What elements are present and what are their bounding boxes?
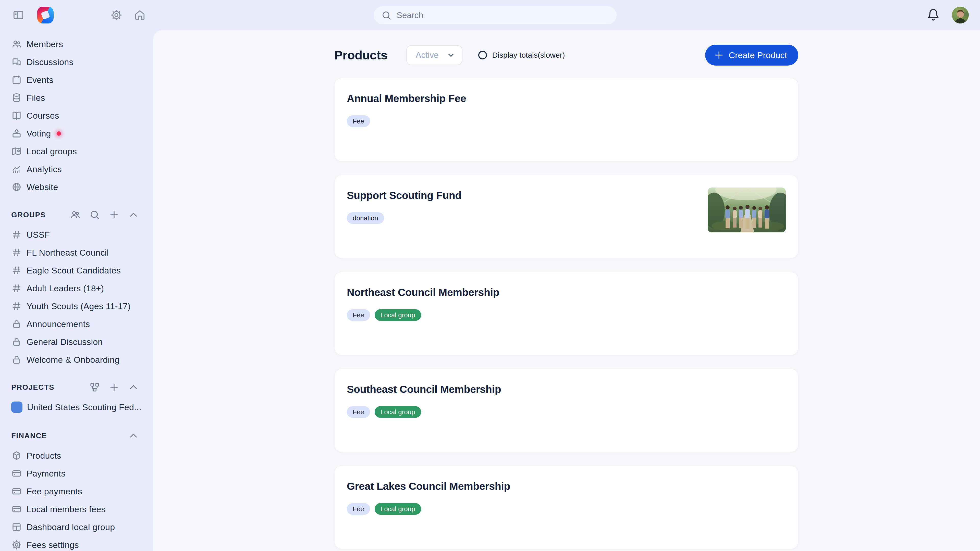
sidebar-item-members[interactable]: Members (0, 35, 153, 53)
nav-item-label: United States Scouting Fed... (27, 402, 142, 412)
product-title: Great Lakes Council Membership (347, 480, 786, 492)
group-item-youth-scouts-ages-11-17[interactable]: Youth Scouts (Ages 11-17) (0, 297, 153, 315)
finance-item-fee-payments[interactable]: Fee payments (0, 483, 153, 500)
finance-item-fees-settings[interactable]: Fees settings (0, 536, 153, 551)
unread-dot-badge (57, 131, 61, 136)
finance-item-payments[interactable]: Payments (0, 465, 153, 483)
page-title: Products (334, 48, 387, 62)
sidebar-item-voting[interactable]: Voting (0, 124, 153, 142)
create-product-button[interactable]: Create Product (705, 44, 798, 65)
nav-item-label: Fee payments (27, 486, 82, 496)
product-card-southeast-council-membership[interactable]: Southeast Council MembershipFeeLocal gro… (334, 369, 798, 452)
nav-item-label: Courses (27, 111, 59, 121)
nav-item-label: Products (27, 451, 61, 461)
search-icon (381, 10, 391, 21)
status-filter-dropdown[interactable]: Active (406, 45, 463, 65)
notifications-bell-icon[interactable] (926, 8, 941, 22)
nav-item-label: Dashboard local group (27, 522, 115, 532)
sidebar-finance-nav: ProductsPaymentsFee paymentsLocal member… (0, 447, 153, 551)
status-filter-value: Active (415, 50, 438, 60)
group-item-welcome-onboarding[interactable]: Welcome & Onboarding (0, 351, 153, 368)
nav-item-label: Website (27, 182, 58, 192)
group-item-general-discussion[interactable]: General Discussion (0, 333, 153, 351)
finance-section-title: FINANCE (11, 432, 47, 440)
projects-add-icon[interactable] (109, 382, 119, 392)
lock-icon (11, 354, 22, 365)
sidebar-main-nav: MembersDiscussionsEventsFilesCoursesVoti… (0, 35, 153, 196)
sidebar-item-events[interactable]: Events (0, 71, 153, 89)
groups-members-icon[interactable] (70, 210, 81, 220)
nav-item-label: Local members fees (27, 504, 106, 514)
nav-item-label: Discussions (27, 57, 73, 67)
sidebar-projects-nav: United States Scouting Fed... (0, 398, 153, 416)
sidebar-item-analytics[interactable]: Analytics (0, 160, 153, 178)
product-title: Northeast Council Membership (347, 286, 786, 299)
users-icon (11, 39, 22, 49)
sidebar-toggle-icon[interactable] (11, 8, 25, 22)
display-totals-radio[interactable] (478, 51, 487, 59)
card-icon (11, 504, 22, 514)
product-tags: Fee (347, 115, 786, 127)
tag-fee: Fee (347, 115, 370, 127)
search-input[interactable] (396, 11, 609, 20)
nav-item-label: USSF (27, 230, 50, 240)
project-color-swatch (11, 402, 22, 413)
user-avatar[interactable] (952, 6, 969, 24)
nav-item-label: Members (27, 39, 63, 49)
groups-collapse-icon[interactable] (128, 210, 139, 220)
nav-item-label: Adult Leaders (18+) (27, 283, 104, 293)
card-icon (11, 468, 22, 479)
sidebar-groups-nav: USSFFL Northeast CouncilEagle Scout Cand… (0, 226, 153, 368)
card-icon (11, 486, 22, 497)
sidebar-item-website[interactable]: Website (0, 178, 153, 196)
project-item-united-states-scouting-fed[interactable]: United States Scouting Fed... (0, 398, 153, 416)
finance-item-dashboard-local-group[interactable]: Dashboard local group (0, 518, 153, 536)
nav-item-label: Local groups (27, 146, 77, 156)
product-tags: FeeLocal group (347, 503, 786, 515)
map-icon (11, 146, 22, 157)
group-item-ussf[interactable]: USSF (0, 226, 153, 244)
groups-add-icon[interactable] (109, 210, 119, 220)
group-item-eagle-scout-candidates[interactable]: Eagle Scout Candidates (0, 262, 153, 279)
product-card-support-scouting-fund[interactable]: Support Scouting Funddonation (334, 175, 798, 258)
search-bar[interactable] (374, 6, 617, 24)
nav-item-label: Welcome & Onboarding (27, 355, 119, 365)
finance-item-products[interactable]: Products (0, 447, 153, 465)
topbar-right (926, 6, 969, 24)
sidebar-item-discussions[interactable]: Discussions (0, 53, 153, 71)
product-title: Southeast Council Membership (347, 383, 786, 395)
projects-workflow-icon[interactable] (89, 382, 100, 392)
finance-item-local-members-fees[interactable]: Local members fees (0, 500, 153, 518)
nav-item-label: Voting (27, 129, 51, 138)
group-item-adult-leaders-18[interactable]: Adult Leaders (18+) (0, 279, 153, 297)
groups-section-header: GROUPS (0, 206, 153, 224)
topbar (0, 0, 980, 30)
groups-search-icon[interactable] (89, 210, 100, 220)
app-logo[interactable] (37, 6, 54, 24)
calendar-icon (11, 75, 22, 85)
group-item-announcements[interactable]: Announcements (0, 315, 153, 333)
home-icon[interactable] (133, 8, 147, 22)
tag-local-group: Local group (375, 309, 421, 321)
nav-item-label: Fees settings (27, 540, 79, 550)
product-card-annual-membership-fee[interactable]: Annual Membership FeeFee (334, 78, 798, 161)
product-card-northeast-council-membership[interactable]: Northeast Council MembershipFeeLocal gro… (334, 272, 798, 355)
lock-icon (11, 319, 22, 329)
nav-item-label: Analytics (27, 164, 62, 174)
settings-gear-icon[interactable] (109, 8, 124, 22)
hash-icon (11, 283, 22, 294)
messages-icon (11, 57, 22, 67)
finance-section-header: FINANCE (0, 427, 153, 445)
chart-icon (11, 164, 22, 175)
sidebar-item-local-groups[interactable]: Local groups (0, 142, 153, 160)
display-totals-toggle[interactable]: Display totals(slower) (478, 51, 565, 59)
group-item-fl-northeast-council[interactable]: FL Northeast Council (0, 244, 153, 262)
finance-collapse-icon[interactable] (128, 430, 139, 441)
projects-collapse-icon[interactable] (128, 382, 139, 392)
sidebar-item-files[interactable]: Files (0, 89, 153, 106)
product-card-great-lakes-council-membership[interactable]: Great Lakes Council MembershipFeeLocal g… (334, 466, 798, 549)
sidebar-item-courses[interactable]: Courses (0, 106, 153, 124)
lock-icon (11, 337, 22, 347)
globe-icon (11, 182, 22, 192)
vote-icon (11, 128, 22, 139)
